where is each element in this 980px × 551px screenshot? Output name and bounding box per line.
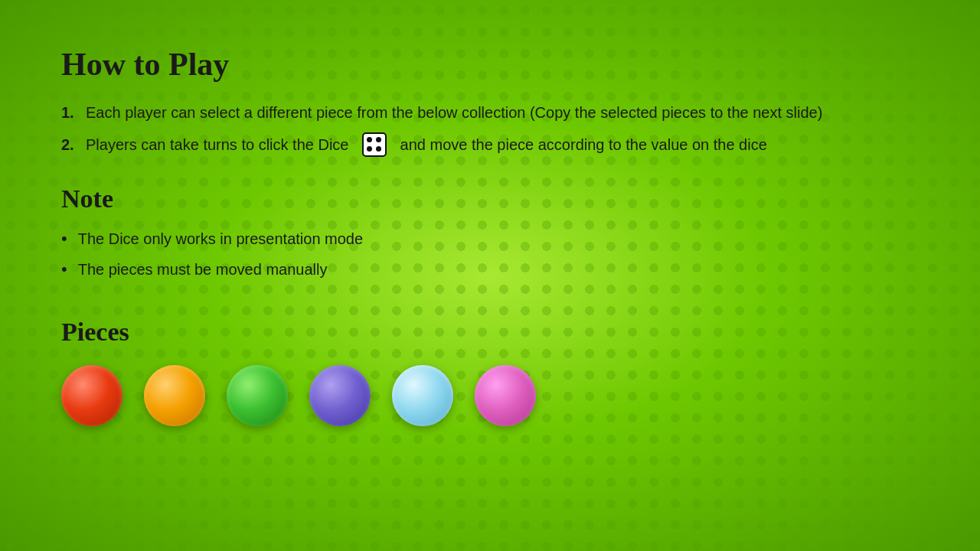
note-1-text: The Dice only works in presentation mode bbox=[78, 230, 363, 248]
piece-orange[interactable] bbox=[144, 365, 205, 426]
notes-list: The Dice only works in presentation mode… bbox=[61, 229, 919, 279]
dice-dots bbox=[364, 134, 385, 155]
instruction-2: 2. Players can take turns to click the D… bbox=[61, 132, 919, 157]
pieces-title: Pieces bbox=[61, 318, 919, 347]
dice-dot-3 bbox=[367, 146, 372, 152]
dice-icon[interactable] bbox=[362, 132, 387, 157]
instruction-1-number: 1. bbox=[61, 104, 77, 122]
note-1: The Dice only works in presentation mode bbox=[61, 229, 919, 249]
dice-dot-4 bbox=[376, 146, 381, 152]
instruction-2-number: 2. bbox=[61, 136, 77, 154]
page-title: How to Play bbox=[61, 46, 919, 83]
pieces-row bbox=[61, 365, 919, 426]
note-title: Note bbox=[61, 184, 919, 214]
instruction-2-text-before: Players can take turns to click the Dice bbox=[86, 136, 353, 154]
page-content: How to Play 1. Each player can select a … bbox=[0, 0, 980, 472]
piece-lightblue[interactable] bbox=[392, 365, 453, 426]
instruction-1-text: Each player can select a different piece… bbox=[86, 104, 822, 122]
piece-green[interactable] bbox=[227, 365, 288, 426]
note-2: The pieces must be moved manually bbox=[61, 259, 919, 279]
piece-pink[interactable] bbox=[475, 365, 536, 426]
dice-dot-2 bbox=[376, 137, 381, 142]
piece-purple[interactable] bbox=[309, 365, 371, 426]
note-2-text: The pieces must be moved manually bbox=[78, 261, 328, 279]
instruction-1: 1. Each player can select a different pi… bbox=[61, 104, 919, 122]
instructions-list: 1. Each player can select a different pi… bbox=[61, 104, 919, 157]
piece-red[interactable] bbox=[61, 365, 122, 426]
dice-dot-1 bbox=[367, 137, 372, 142]
instruction-2-text-after: and move the piece according to the valu… bbox=[396, 136, 767, 154]
